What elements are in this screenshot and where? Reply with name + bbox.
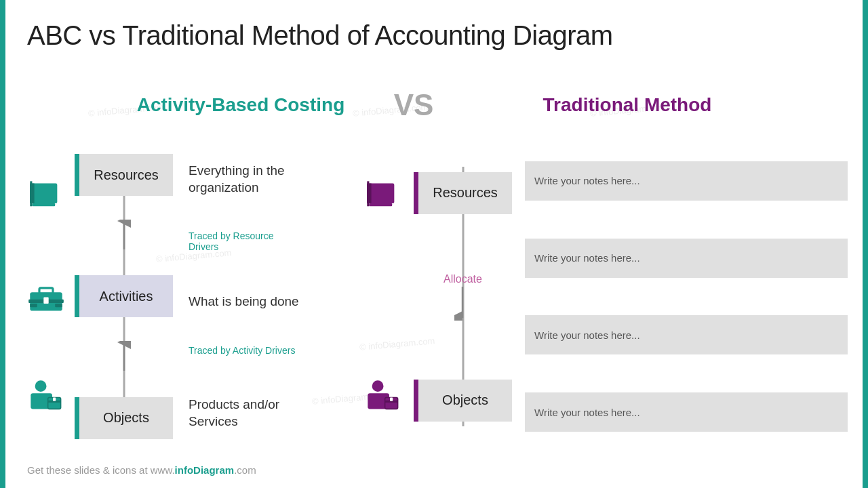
left-accent-bar <box>0 0 5 488</box>
trad-resources-icon <box>361 174 406 218</box>
trad-objects-icon <box>361 375 406 419</box>
footer-link[interactable]: infoDiagram <box>175 464 235 476</box>
svg-rect-20 <box>367 182 369 207</box>
svg-point-21 <box>372 380 384 392</box>
footer: Get these slides & icons at www.infoDiag… <box>27 464 256 476</box>
header-vs: VS <box>370 88 458 122</box>
trad-notes: Write your notes here... Write your note… <box>515 142 848 451</box>
note-4: Write your notes here... <box>525 392 848 432</box>
svg-rect-3 <box>30 182 32 207</box>
abc-icons <box>20 142 71 451</box>
abc-descriptions: Everything in the organization Traced by… <box>176 142 309 451</box>
svg-rect-19 <box>369 203 392 206</box>
trad-objects-box: Objects <box>414 380 512 422</box>
right-accent-bar <box>863 0 868 488</box>
svg-rect-8 <box>30 304 37 308</box>
abc-resources-icon <box>24 174 68 218</box>
abc-trace-1: Traced by Resource Drivers <box>189 230 302 252</box>
abc-desc-objects: Products and/or Services <box>189 396 302 430</box>
vs-spacer <box>309 142 356 451</box>
abc-resources-box: Resources <box>75 154 173 196</box>
header-abc: Activity-Based Costing <box>112 94 370 116</box>
trad-allocate-area: Allocate <box>443 273 482 321</box>
trad-allocate-space <box>361 274 406 319</box>
svg-rect-5 <box>39 288 52 293</box>
trad-boxes-column: Resources Allocate Objects <box>410 142 515 451</box>
header-traditional: Traditional Method <box>498 94 756 116</box>
abc-desc-activities: What is being done <box>189 293 302 310</box>
headers-row: Activity-Based Costing VS Traditional Me… <box>20 88 848 122</box>
abc-boxes-column: Resources Activities <box>71 142 176 451</box>
svg-rect-14 <box>53 397 56 401</box>
svg-rect-7 <box>43 298 48 304</box>
abc-arrow-up-2 <box>116 341 132 373</box>
abc-activities-icon <box>24 274 68 319</box>
svg-rect-25 <box>390 397 393 401</box>
note-3: Write your notes here... <box>525 315 848 354</box>
diagram-area: Resources Activities <box>20 142 848 451</box>
abc-activities-box: Activities <box>75 275 173 317</box>
abc-objects-box: Objects <box>75 397 173 439</box>
svg-point-10 <box>35 380 46 392</box>
abc-objects-icon <box>24 375 68 419</box>
note-2: Write your notes here... <box>525 239 848 278</box>
abc-arrow-up-1 <box>116 220 132 252</box>
trad-icons <box>356 142 410 451</box>
trad-resources-box: Resources <box>414 172 512 214</box>
svg-rect-2 <box>32 203 55 206</box>
note-1: Write your notes here... <box>525 161 848 201</box>
abc-trace-2: Traced by Activity Drivers <box>189 345 302 356</box>
svg-rect-9 <box>55 304 62 308</box>
abc-desc-resources: Everything in the organization <box>189 163 302 196</box>
page-title: ABC vs Traditional Method of Accounting … <box>27 20 613 51</box>
